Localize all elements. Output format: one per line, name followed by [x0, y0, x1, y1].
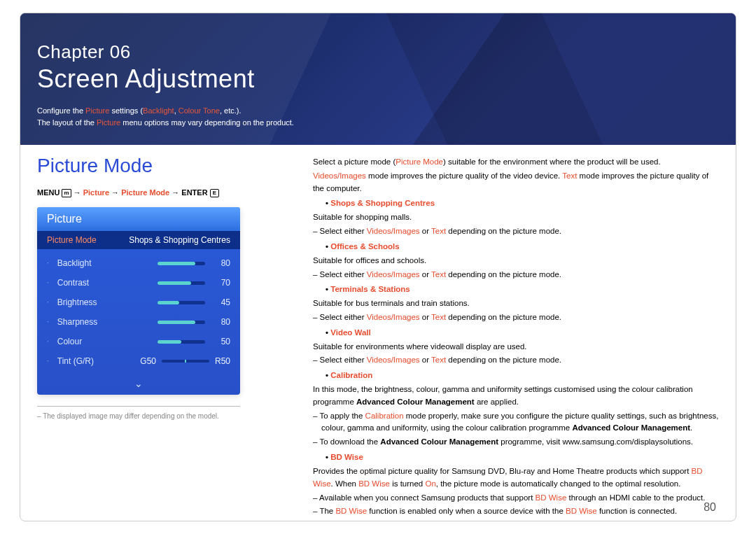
- intro-2: Videos/Images mode improves the picture …: [313, 170, 719, 195]
- osd-row-value: 80: [211, 317, 230, 327]
- osd-row[interactable]: ·Colour50: [47, 332, 230, 351]
- osd-row-value: 45: [211, 297, 230, 307]
- keyword-bd-wise: BD Wise: [536, 493, 567, 502]
- chapter-label: Chapter 06: [37, 41, 719, 63]
- dot-icon: ·: [47, 279, 49, 286]
- right-column: Select a picture mode (Picture Mode) sui…: [313, 155, 719, 519]
- mode-desc: Suitable for bus terminals and train sta…: [313, 297, 719, 310]
- mode-name: Shops & Shopping Centres: [330, 199, 435, 207]
- osd-row[interactable]: ·Backlight80: [47, 253, 230, 273]
- text: The: [319, 507, 335, 515]
- arrow: →: [74, 188, 83, 197]
- bdwise-desc: Provides the optimal picture quality for…: [313, 465, 719, 491]
- nav-enter: ENTER: [181, 188, 207, 197]
- slider-track[interactable]: [158, 340, 205, 344]
- keyword-colour-tone: Colour Tone: [178, 106, 220, 115]
- slider-track[interactable]: [158, 281, 205, 285]
- text: . When: [331, 479, 359, 488]
- bullet-mode: Offices & Schools: [326, 241, 719, 253]
- text: To apply the: [319, 412, 365, 420]
- keyword-bd-wise: BD Wise: [358, 479, 390, 488]
- mode-dash: Select either Videos/Images or Text depe…: [313, 354, 719, 367]
- dot-icon: ·: [47, 358, 49, 365]
- mode-name-bd-wise: BD Wise: [330, 453, 363, 461]
- nav-picture-mode: Picture Mode: [121, 188, 169, 197]
- slider-track[interactable]: [162, 360, 209, 363]
- text: menu options may vary depending on the p…: [120, 118, 294, 127]
- keyword-backlight: Backlight: [143, 106, 174, 115]
- nav-menu: MENU: [37, 188, 59, 197]
- text: Provides the optimal picture quality for…: [313, 467, 692, 475]
- text: function is connected.: [597, 507, 677, 515]
- osd-row[interactable]: ·Sharpness80: [47, 312, 230, 332]
- osd-mode-label: Picture Mode: [47, 235, 97, 245]
- text: ) suitable for the environment where the…: [443, 157, 661, 166]
- keyword-calibration: Calibration: [365, 412, 404, 420]
- chevron-down-icon[interactable]: ⌄: [37, 378, 240, 395]
- slider-track[interactable]: [158, 321, 205, 324]
- mode-name: Video Wall: [330, 328, 371, 337]
- osd-mode-row[interactable]: Picture Mode Shops & Shopping Centres: [37, 231, 240, 249]
- tint-slider[interactable]: G50R50: [140, 356, 230, 366]
- text: function is enabled only when a source d…: [367, 507, 566, 515]
- intro-1: Select a picture mode (Picture Mode) sui…: [313, 156, 719, 169]
- bullet-mode: Shops & Shopping Centres: [326, 197, 719, 210]
- bullet-mode: Terminals & Stations: [326, 283, 719, 296]
- keyword-bd-wise: BD Wise: [335, 507, 367, 515]
- osd-row-label: Backlight: [57, 258, 152, 268]
- osd-row[interactable]: ·Brightness45: [47, 293, 230, 312]
- text: programme, visit www.samsung.com/display…: [498, 437, 693, 446]
- mode-desc: Suitable for shopping malls.: [313, 211, 719, 224]
- keyword-picture: Picture: [85, 106, 109, 115]
- mode-dash: Select either Videos/Images or Text depe…: [313, 269, 719, 281]
- osd-menu: Picture Picture Mode Shops & Shopping Ce…: [37, 207, 240, 395]
- osd-row-value: 80: [211, 258, 230, 268]
- keyword-videos-images: Videos/Images: [313, 171, 366, 180]
- left-column: Picture Mode MENU m → Picture → Picture …: [37, 155, 289, 519]
- divider: [37, 406, 240, 407]
- osd-row-label: Contrast: [57, 278, 152, 288]
- mode-desc: Suitable for environments where videowal…: [313, 341, 719, 353]
- enter-icon: E: [210, 189, 219, 197]
- osd-row-value: 70: [211, 278, 230, 288]
- dot-icon: ·: [47, 260, 49, 267]
- osd-row-label: Sharpness: [57, 317, 152, 327]
- osd-row-tint[interactable]: ·Tint (G/R)G50R50: [47, 351, 230, 371]
- section-heading-picture-mode: Picture Mode: [37, 155, 289, 177]
- slider-track[interactable]: [158, 262, 205, 265]
- dot-icon: ·: [47, 318, 49, 325]
- text: Available when you connect Samsung produ…: [319, 493, 536, 502]
- page-body: Picture Mode MENU m → Picture → Picture …: [20, 145, 736, 519]
- keyword-acm: Advanced Colour Management: [356, 398, 475, 406]
- keyword-bd-wise: BD Wise: [566, 507, 597, 515]
- text: mode improves the picture quality of the…: [366, 171, 562, 180]
- dot-icon: ·: [47, 338, 49, 345]
- text: settings (: [109, 106, 143, 115]
- header-description: Configure the Picture settings (Backligh…: [37, 105, 719, 128]
- text: , the picture mode is automatically chan…: [436, 479, 681, 488]
- footnote-text: The displayed image may differ depending…: [43, 412, 219, 420]
- calibration-dash-1: To apply the Calibration mode properly, …: [313, 410, 719, 435]
- slider-track[interactable]: [158, 301, 205, 304]
- osd-row-list: ·Backlight80·Contrast70·Brightness45·Sha…: [37, 249, 240, 378]
- text: through an HDMI cable to the product.: [566, 493, 705, 502]
- tint-g-value: G50: [140, 356, 156, 366]
- chapter-title: Screen Adjustment: [37, 64, 719, 94]
- keyword-picture: Picture: [97, 118, 120, 127]
- text: To download the: [319, 437, 380, 446]
- calibration-desc: In this mode, the brightness, colour, ga…: [313, 384, 719, 409]
- keyword-picture-mode: Picture Mode: [396, 157, 443, 166]
- bdwise-dash-2: The BD Wise function is enabled only whe…: [313, 505, 719, 518]
- keyword-acm: Advanced Colour Management: [380, 437, 498, 446]
- nav-picture: Picture: [83, 188, 109, 197]
- text: are applied.: [475, 398, 519, 406]
- text: Select a picture mode (: [313, 157, 396, 166]
- bdwise-dash-1: Available when you connect Samsung produ…: [313, 492, 719, 505]
- dot-icon: ·: [47, 299, 49, 306]
- mode-desc: Suitable for offices and schools.: [313, 255, 719, 267]
- calibration-dash-2: To download the Advanced Colour Manageme…: [313, 436, 719, 449]
- text: Configure the: [37, 106, 85, 115]
- osd-row[interactable]: ·Contrast70: [47, 273, 230, 293]
- keyword-on: On: [425, 479, 435, 488]
- osd-row-label: Colour: [57, 337, 152, 346]
